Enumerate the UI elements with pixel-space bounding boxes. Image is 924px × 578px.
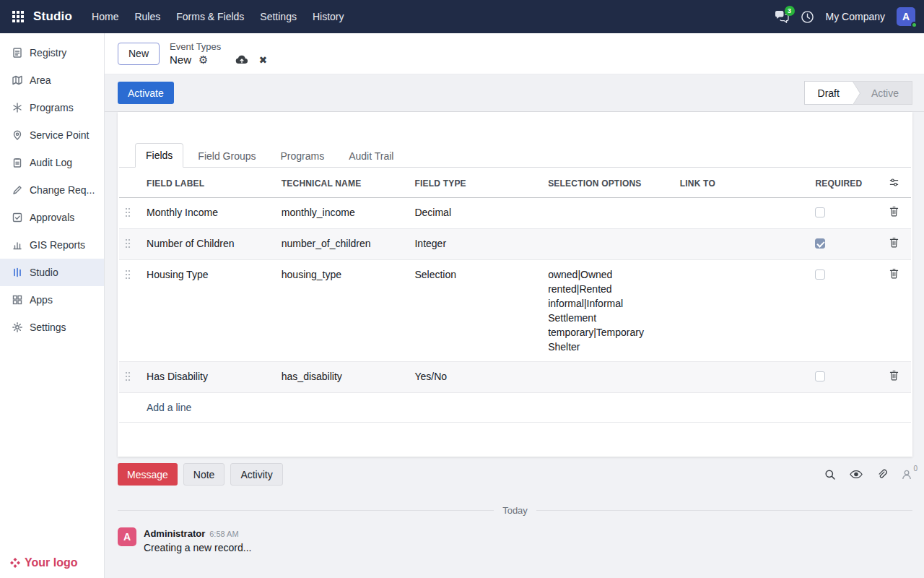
actions-gear-icon[interactable]: ⚙: [199, 54, 208, 65]
required-checkbox[interactable]: [815, 371, 825, 381]
sidebar-item-studio[interactable]: Studio: [0, 259, 104, 286]
eye-icon[interactable]: [850, 470, 863, 479]
sidebar-item-gis-reports[interactable]: GIS Reports: [0, 231, 104, 259]
cell-field-type[interactable]: Selection: [409, 260, 542, 362]
sidebar-item-area[interactable]: Area: [0, 66, 104, 94]
sidebar-item-change-requests[interactable]: Change Req...: [0, 176, 104, 204]
sidebar-item-label: Audit Log: [30, 157, 72, 168]
sidebar-item-apps[interactable]: Apps: [0, 286, 104, 314]
drag-handle-icon[interactable]: [125, 269, 135, 280]
drag-handle-icon[interactable]: [125, 371, 135, 381]
cell-link-to[interactable]: [674, 229, 810, 260]
header-field-label[interactable]: FIELD LABEL: [141, 171, 276, 198]
gear-icon: [12, 322, 23, 333]
cell-technical-name[interactable]: has_disability: [276, 362, 409, 393]
header-required[interactable]: REQUIRED: [809, 171, 877, 198]
delete-row-button[interactable]: [889, 371, 899, 383]
breadcrumb-parent-link[interactable]: Event Types: [170, 40, 267, 53]
activate-button[interactable]: Activate: [118, 82, 174, 104]
cell-selection-options[interactable]: [542, 198, 674, 229]
control-panel: New Event Types New ⚙ ✖: [105, 33, 924, 74]
cell-field-type[interactable]: Yes/No: [409, 362, 542, 393]
delete-row-button[interactable]: [889, 207, 899, 219]
activity-button[interactable]: Activity: [230, 463, 282, 486]
notebook-tabs: Fields Field Groups Programs Audit Trail: [119, 142, 911, 168]
tab-field-groups[interactable]: Field Groups: [188, 144, 266, 168]
sidebar-item-label: Programs: [30, 102, 74, 113]
required-checkbox[interactable]: [815, 207, 825, 217]
menu-history[interactable]: History: [305, 0, 352, 33]
messages-icon[interactable]: 3: [775, 10, 789, 23]
apps-grid-icon[interactable]: [9, 7, 27, 26]
log-note-button[interactable]: Note: [183, 463, 225, 486]
menu-home[interactable]: Home: [84, 0, 126, 33]
message-author[interactable]: Administrator: [144, 528, 205, 539]
online-status-dot: [911, 22, 918, 28]
cell-link-to[interactable]: [674, 260, 810, 362]
menu-settings[interactable]: Settings: [252, 0, 305, 33]
new-button[interactable]: New: [118, 43, 160, 65]
cell-link-to[interactable]: [674, 362, 810, 393]
app-brand: Studio: [33, 9, 72, 24]
menu-rules[interactable]: Rules: [126, 0, 168, 33]
discard-x-icon[interactable]: ✖: [258, 55, 267, 65]
table-row[interactable]: Has Disability has_disability Yes/No: [119, 362, 911, 393]
table-row[interactable]: Housing Type housing_type Selection owne…: [119, 260, 911, 362]
cell-selection-options[interactable]: [542, 229, 674, 260]
send-message-button[interactable]: Message: [118, 463, 178, 486]
cell-field-type[interactable]: Integer: [409, 229, 542, 260]
sidebar-item-label: Approvals: [30, 212, 74, 223]
delete-row-button[interactable]: [889, 238, 899, 250]
delete-row-button[interactable]: [889, 269, 899, 281]
tab-audit-trail[interactable]: Audit Trail: [339, 144, 404, 168]
cell-selection-options[interactable]: [542, 362, 674, 393]
add-line-row[interactable]: Add a line: [119, 393, 911, 423]
cell-technical-name[interactable]: monthly_income: [276, 198, 409, 229]
table-row[interactable]: Monthly Income monthly_income Decimal: [119, 198, 911, 229]
cell-field-label[interactable]: Has Disability: [141, 362, 276, 393]
tab-programs[interactable]: Programs: [271, 144, 335, 168]
sidebar-item-service-point[interactable]: Service Point: [0, 121, 104, 149]
registry-icon: [12, 47, 23, 59]
cell-field-label[interactable]: Monthly Income: [141, 198, 276, 229]
cell-selection-options[interactable]: owned|Owned rented|Rented informal|Infor…: [542, 260, 674, 362]
activities-clock-icon[interactable]: [801, 10, 814, 24]
cell-technical-name[interactable]: housing_type: [276, 260, 409, 362]
followers-icon[interactable]: 0: [901, 469, 912, 480]
add-line-link[interactable]: Add a line: [119, 393, 911, 423]
sidebar-item-approvals[interactable]: Approvals: [0, 204, 104, 231]
cell-field-type[interactable]: Decimal: [409, 198, 542, 229]
header-technical-name[interactable]: TECHNICAL NAME: [276, 171, 409, 198]
systray: 3 My Company A: [775, 7, 915, 26]
attachment-paperclip-icon[interactable]: [876, 469, 887, 480]
header-link-to[interactable]: LINK TO: [674, 171, 810, 198]
stage-draft[interactable]: Draft: [804, 81, 853, 105]
logo-text: Your logo: [25, 556, 77, 569]
apps-squares-icon: [12, 294, 23, 306]
header-field-type[interactable]: FIELD TYPE: [409, 171, 542, 198]
drag-handle-icon[interactable]: [125, 207, 135, 217]
required-checkbox[interactable]: [815, 269, 825, 280]
cell-technical-name[interactable]: number_of_children: [276, 229, 409, 260]
breadcrumb-current: New: [170, 53, 191, 67]
save-cloud-icon[interactable]: [235, 54, 248, 65]
cell-field-label[interactable]: Number of Children: [141, 229, 276, 260]
menu-forms-fields[interactable]: Forms & Fields: [168, 0, 252, 33]
table-row[interactable]: Number of Children number_of_children In…: [119, 229, 911, 260]
sidebar-item-audit-log[interactable]: Audit Log: [0, 149, 104, 176]
cell-field-label[interactable]: Housing Type: [141, 260, 276, 362]
cell-link-to[interactable]: [674, 198, 810, 229]
top-menu: Home Rules Forms & Fields Settings Histo…: [84, 0, 352, 33]
header-selection-options[interactable]: SELECTION OPTIONS: [542, 171, 674, 198]
stage-active[interactable]: Active: [853, 81, 912, 105]
required-checkbox[interactable]: [815, 238, 825, 249]
sidebar-item-settings[interactable]: Settings: [0, 314, 104, 341]
company-name[interactable]: My Company: [826, 11, 885, 22]
optional-columns-icon[interactable]: [878, 171, 911, 198]
sidebar-item-programs[interactable]: Programs: [0, 94, 104, 121]
tab-fields[interactable]: Fields: [135, 143, 183, 168]
user-avatar[interactable]: A: [897, 7, 915, 26]
sidebar-item-registry[interactable]: Registry: [0, 39, 104, 66]
search-messages-icon[interactable]: [824, 469, 836, 480]
drag-handle-icon[interactable]: [125, 238, 135, 249]
